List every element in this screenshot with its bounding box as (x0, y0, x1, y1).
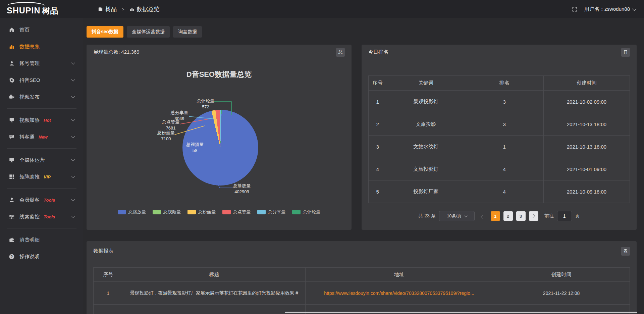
day-mode-button[interactable]: 日 (621, 48, 630, 57)
legend-item-4[interactable]: 总分享量 (257, 209, 285, 215)
chevron-down-icon (71, 94, 75, 98)
sidebar-item-consume-detail[interactable]: 消费明细 (0, 231, 83, 248)
sidebar-item-video-heat[interactable]: 视频加热Hot (0, 112, 83, 128)
ranking-cell: 1 (465, 136, 544, 158)
chevron-down-icon (632, 6, 637, 11)
prev-page-button[interactable] (478, 211, 487, 221)
next-page-button[interactable] (529, 211, 538, 221)
pie-slice-label: 总播放量402909 (233, 183, 251, 195)
report-cell-empty (94, 305, 123, 314)
ranking-cell: 2021-10-09 18:00 (543, 180, 630, 203)
sidebar-item-member-burst[interactable]: 会员爆客Tools (0, 192, 83, 208)
report-table: 序号标题地址创建时间 1景观投影灯，夜游景观投影灯厂家展示展示落花灯在花园里的灯… (93, 267, 630, 314)
sidebar-item-label: 操作说明 (19, 254, 40, 260)
pie-chart (182, 110, 258, 186)
sidebar-item-video-publish[interactable]: 视频发布 (0, 89, 83, 105)
data-report-panel: 数据报表 表 序号标题地址创建时间 1景观投影灯，夜游景观投影灯厂家展示展示落花… (87, 241, 637, 314)
table-mode-button[interactable]: 表 (621, 247, 630, 256)
sidebar-item-doukotong[interactable]: 抖客通New (0, 128, 83, 145)
table-row: 1景观投影灯32021-10-02 09:00 (369, 91, 630, 113)
report-col-header: 标题 (123, 268, 305, 282)
chevron-down-icon (71, 174, 75, 178)
page-unit-label: 页 (575, 213, 580, 219)
sidebar-divider (7, 108, 76, 109)
sidebar-item-label: 视频加热 (19, 117, 40, 123)
sidebar-menu: 首页数据总览账号管理抖音SEO视频发布视频加热Hot抖客通New全媒体运营矩阵助… (0, 21, 83, 265)
chevron-down-icon (71, 197, 75, 201)
sidebar-item-label: 抖音SEO (19, 77, 40, 84)
badge-vip: VIP (44, 174, 51, 179)
table-row: 1景观投影灯，夜游景观投影灯厂家展示展示落花灯在花园里的灯光投影应用效果 #ht… (94, 282, 630, 305)
chevron-down-icon (71, 134, 75, 138)
ranking-cell: 文旅水纹灯 (387, 136, 465, 158)
page-button-3[interactable]: 3 (516, 211, 526, 221)
member-icon (9, 197, 15, 203)
sidebar-item-account-manage[interactable]: 账号管理 (0, 55, 83, 72)
video-link[interactable]: https://www.iesdouyin.com/share/video/70… (324, 291, 474, 296)
badge-tools: Tools (44, 214, 55, 219)
question-icon: ? (9, 254, 15, 260)
goto-page-input[interactable] (557, 211, 572, 221)
legend-swatch (153, 210, 161, 214)
ranking-cell: 文旅投影 (387, 113, 465, 136)
breadcrumb-root[interactable]: 树品 (105, 5, 117, 13)
legend-item-5[interactable]: 总评论量 (292, 209, 320, 215)
tab-inquiry-data[interactable]: 询盘数据 (173, 26, 202, 38)
top-bar: SHUPIN 树品 树品 > 数据总览 用户名：zswodun88 (0, 0, 644, 18)
legend-label: 总视频量 (163, 209, 181, 215)
horizontal-scrollbar-thumb[interactable] (285, 312, 637, 313)
report-url-cell: https://www.iesdouyin.com/share/video/70… (305, 282, 493, 305)
tab-bar: 抖音seo数据全媒体运营数据询盘数据 (87, 26, 637, 38)
sidebar-item-label: 账号管理 (19, 60, 40, 67)
ranking-cell: 4 (465, 180, 544, 203)
tab-omni-media-data[interactable]: 全媒体运营数据 (127, 26, 170, 38)
legend-item-0[interactable]: 总播放量 (118, 209, 146, 215)
badge-tools: Tools (44, 198, 55, 203)
ranking-cell: 1 (369, 91, 387, 113)
legend-label: 总点赞量 (233, 209, 251, 215)
sidebar-item-label: 首页 (19, 27, 30, 33)
ranking-cell: 景观投影灯 (387, 91, 465, 113)
chat-icon (9, 134, 15, 140)
legend-label: 总粉丝量 (198, 209, 216, 215)
sidebar-item-data-overview[interactable]: 数据总览 (0, 38, 83, 55)
legend-item-3[interactable]: 总点赞量 (222, 209, 251, 215)
legend-item-2[interactable]: 总粉丝量 (187, 209, 216, 215)
sidebar-item-omni-media[interactable]: 全媒体运营 (0, 152, 83, 168)
page-button-2[interactable]: 2 (503, 211, 513, 221)
svg-text:?: ? (11, 255, 13, 259)
sidebar-item-label: 会员爆客 (19, 197, 40, 203)
page-size-select[interactable]: 10条/页 (439, 211, 475, 221)
page-button-1[interactable]: 1 (491, 211, 500, 221)
logo[interactable]: SHUPIN 树品 (0, 2, 83, 16)
chevron-down-icon (71, 117, 75, 121)
sidebar-item-clue-monitor[interactable]: 线索监控Tools (0, 208, 83, 225)
wallet-icon (9, 237, 15, 243)
video-icon (9, 94, 15, 100)
user-menu[interactable]: 用户名：zswodun88 (584, 6, 635, 12)
sidebar-item-douyin-seo[interactable]: 抖音SEO (0, 72, 83, 89)
sidebar-divider (7, 148, 76, 149)
sidebar-divider (7, 188, 76, 189)
ranking-cell: 2021-10-02 09:00 (543, 91, 630, 113)
sidebar-item-label: 全媒体运营 (19, 157, 45, 163)
legend-item-1[interactable]: 总视频量 (153, 209, 181, 215)
ranking-col-header: 关键词 (387, 76, 465, 91)
goto-label: 前往 (544, 213, 554, 219)
fullscreen-icon[interactable] (572, 6, 578, 12)
sidebar-item-home[interactable]: 首页 (0, 21, 83, 38)
chart-legend: 总播放量总视频量总粉丝量总点赞量总分享量总评论量 (87, 209, 352, 215)
tab-douyin-seo-data[interactable]: 抖音seo数据 (87, 26, 123, 38)
ranking-cell: 投影灯厂家 (387, 180, 465, 203)
sliders-icon (9, 214, 15, 220)
chevron-down-icon (71, 214, 75, 218)
report-time-cell: 2021-11-22 12:08 (493, 282, 630, 305)
chart-title: D音SEO数据量总览 (87, 69, 352, 80)
total-mode-button[interactable]: 总 (336, 48, 345, 57)
ranking-col-header: 序号 (369, 76, 387, 91)
sidebar-item-operation-guide[interactable]: ?操作说明 (0, 248, 83, 265)
legend-label: 总分享量 (268, 209, 285, 215)
sidebar-item-label: 视频发布 (19, 94, 40, 100)
sidebar-item-matrix-boost[interactable]: 矩阵助推VIP (0, 168, 83, 185)
pie-slice-label: 总分享量3049 (171, 110, 188, 122)
